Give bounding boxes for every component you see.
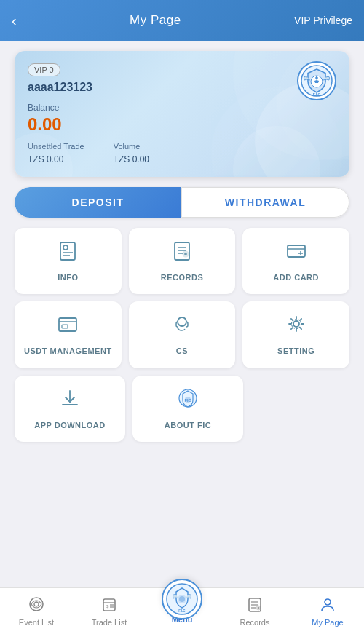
grid-item-app-download[interactable]: APP DOWNLOAD — [15, 376, 125, 442]
add-card-icon — [285, 239, 307, 266]
info-label: INFO — [58, 272, 78, 282]
nav-event-list[interactable]: Event List — [0, 592, 73, 631]
event-list-icon — [28, 596, 44, 616]
grid-item-info[interactable]: INFO — [15, 228, 122, 294]
add-card-label: ADD CARD — [273, 272, 319, 282]
svg-text:FIC: FIC — [185, 398, 191, 403]
grid-row-2: USDT MANAGEMENT CS SETTING — [15, 301, 349, 368]
my-page-label: My Page — [312, 618, 343, 627]
about-fic-icon: FIC — [177, 387, 199, 414]
svg-point-50 — [325, 599, 331, 605]
records-nav-icon — [247, 596, 263, 616]
nav-records[interactable]: Records — [218, 592, 291, 631]
header: ‹ My Page VIP Privilege — [0, 0, 364, 41]
bottom-nav: Event List $ Trade List F.I.C — [0, 587, 364, 634]
svg-point-7 — [63, 245, 68, 250]
records-icon — [171, 239, 193, 266]
deposit-button[interactable]: DEPOSIT — [15, 187, 181, 218]
nav-menu[interactable]: F.I.C Menu — [146, 599, 218, 624]
app-download-icon — [59, 387, 81, 414]
grid-row-3: APP DOWNLOAD FIC ABOUT FIC — [15, 376, 349, 442]
grid-item-usdt[interactable]: USDT MANAGEMENT — [15, 301, 122, 368]
fic-logo: F.I.C — [297, 61, 336, 100]
svg-rect-23 — [62, 325, 68, 328]
setting-label: SETTING — [277, 346, 314, 356]
svg-rect-6 — [60, 242, 75, 260]
my-page-icon — [320, 596, 336, 616]
records-label: RECORDS — [161, 272, 204, 282]
svg-point-25 — [293, 321, 299, 327]
records-nav-label: Records — [240, 618, 270, 627]
svg-rect-17 — [288, 245, 305, 257]
grid-item-add-card[interactable]: ADD CARD — [242, 228, 349, 294]
usdt-icon — [57, 313, 79, 340]
trade-list-label: Trade List — [92, 618, 127, 627]
vip-card: F.I.C VIP 0 aaaa123123 Balance 0.00 Unse… — [15, 51, 349, 177]
usdt-label: USDT MANAGEMENT — [24, 346, 112, 356]
grid-item-records[interactable]: RECORDS — [129, 228, 236, 294]
grid-item-setting[interactable]: SETTING — [242, 301, 349, 368]
menu-icon: F.I.C — [162, 579, 202, 619]
trade-list-icon: $ — [101, 596, 117, 616]
cs-icon — [171, 313, 193, 340]
back-button[interactable]: ‹ — [12, 12, 17, 29]
grid-row-1: INFO RECORDS — [15, 228, 349, 294]
svg-point-33 — [34, 602, 39, 606]
vip-badge: VIP 0 — [28, 63, 60, 76]
about-fic-label: ABOUT FIC — [165, 420, 211, 430]
event-list-label: Event List — [19, 618, 54, 627]
svg-text:F.I.C: F.I.C — [313, 92, 321, 97]
nav-my-page[interactable]: My Page — [291, 592, 364, 631]
grid-menu: INFO RECORDS — [15, 228, 349, 442]
volume: Volume TZS 0.00 — [114, 142, 149, 165]
grid-item-about-fic[interactable]: FIC ABOUT FIC — [132, 376, 243, 442]
svg-point-24 — [178, 317, 186, 326]
app-download-label: APP DOWNLOAD — [34, 420, 105, 430]
svg-text:F.I.C: F.I.C — [178, 609, 186, 613]
page-title: My Page — [130, 13, 181, 28]
action-buttons: DEPOSIT WITHDRAWAL — [15, 187, 349, 218]
info-icon — [57, 239, 79, 266]
setting-icon — [285, 313, 307, 340]
nav-trade-list[interactable]: $ Trade List — [73, 592, 146, 631]
vip-privilege-link[interactable]: VIP Privilege — [294, 15, 352, 26]
withdrawal-button[interactable]: WITHDRAWAL — [181, 187, 349, 218]
grid-item-cs[interactable]: CS — [129, 301, 236, 368]
cs-label: CS — [176, 346, 188, 356]
svg-text:$: $ — [106, 604, 109, 609]
svg-point-41 — [179, 596, 185, 602]
